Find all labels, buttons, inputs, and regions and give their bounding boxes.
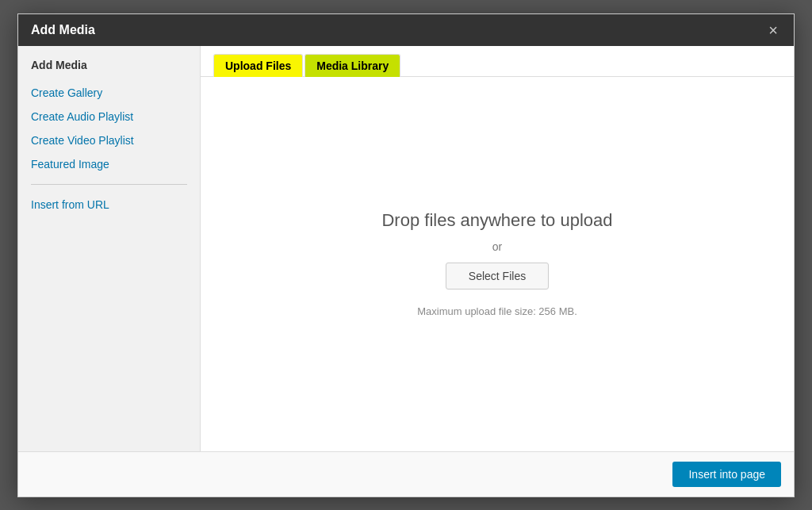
drop-files-text: Drop files anywhere to upload (381, 210, 612, 231)
sidebar: Add Media Create Gallery Create Audio Pl… (18, 46, 201, 451)
sidebar-item-create-gallery[interactable]: Create Gallery (18, 81, 200, 105)
sidebar-heading: Add Media (18, 59, 200, 81)
add-media-modal: Add Media × Add Media Create Gallery Cre… (17, 13, 795, 497)
sidebar-item-featured-image[interactable]: Featured Image (18, 152, 200, 176)
sidebar-item-create-video-playlist[interactable]: Create Video Playlist (18, 128, 200, 152)
sidebar-item-create-audio-playlist[interactable]: Create Audio Playlist (18, 105, 200, 128)
modal-header: Add Media × (18, 14, 794, 46)
close-button[interactable]: × (765, 22, 781, 38)
sidebar-divider (31, 184, 187, 185)
tab-media-library[interactable]: Media Library (304, 54, 400, 77)
upload-area: Drop files anywhere to upload or Select … (201, 77, 794, 451)
sidebar-item-insert-from-url[interactable]: Insert from URL (18, 193, 200, 217)
tab-upload-files[interactable]: Upload Files (213, 54, 303, 77)
modal-footer: Insert into page (18, 451, 794, 497)
insert-into-page-button[interactable]: Insert into page (672, 462, 781, 487)
main-content: Upload Files Media Library Drop files an… (201, 46, 794, 451)
modal-body: Add Media Create Gallery Create Audio Pl… (18, 46, 794, 451)
tabs-bar: Upload Files Media Library (201, 46, 794, 77)
max-size-text: Maximum upload file size: 256 MB. (417, 305, 577, 317)
or-text: or (492, 240, 502, 253)
modal-title: Add Media (31, 23, 95, 37)
select-files-button[interactable]: Select Files (446, 263, 549, 290)
